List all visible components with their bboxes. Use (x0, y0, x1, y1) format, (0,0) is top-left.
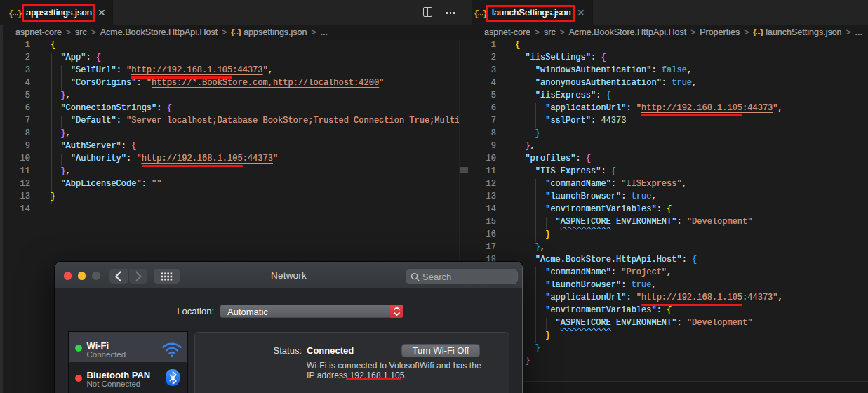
svg-text:{: { (474, 8, 479, 18)
svg-text:}: } (237, 29, 241, 36)
svg-text:}: } (17, 8, 22, 18)
svg-text:}: } (759, 29, 763, 36)
svg-text:{: { (231, 29, 235, 36)
svg-text:{: { (9, 8, 14, 18)
svg-text:{: { (753, 29, 757, 36)
